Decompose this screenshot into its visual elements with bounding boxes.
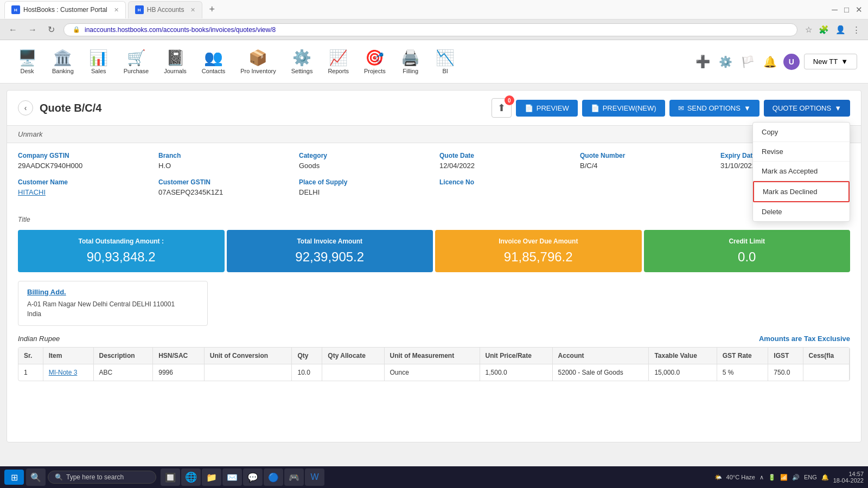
quote-number-field: Quote Number B/C/4 xyxy=(580,152,710,170)
flag-icon[interactable]: 🏳️ xyxy=(739,53,757,70)
browser-title-bar: H HostBooks : Customer Portal ✕ H HB Acc… xyxy=(0,0,868,20)
customer-name-value[interactable]: HITACHI xyxy=(18,188,148,196)
nav-reports[interactable]: 📈 Reports xyxy=(321,44,355,79)
send-options-button[interactable]: ✉ SEND OPTIONS ▼ xyxy=(669,100,760,117)
preview-button[interactable]: 📄 PREVIEW xyxy=(516,100,578,117)
notification-icon[interactable]: 🔔 xyxy=(761,53,779,70)
stat-credit-limit: Credit Limit 0.0 xyxy=(644,230,851,272)
nav-journals[interactable]: 📓 Journals xyxy=(157,44,193,79)
nav-desk[interactable]: 🖥️ Desk xyxy=(11,44,43,79)
upload-icon: ⬆ xyxy=(497,102,506,113)
back-button[interactable]: ‹ xyxy=(18,100,33,115)
cell-hsn: 9996 xyxy=(153,364,205,381)
category-value: Goods xyxy=(299,162,429,170)
branch-field: Branch H.O xyxy=(158,152,288,170)
col-qty: Qty xyxy=(292,348,322,364)
preview-new-button[interactable]: 📄 PREVIEW(NEW) xyxy=(582,100,665,117)
new-tt-button[interactable]: New TT ▼ xyxy=(804,54,857,69)
banking-icon: 🏛️ xyxy=(53,49,72,67)
cell-account: 52000 - Sale of Goods xyxy=(552,364,649,381)
title-section: Title xyxy=(7,214,861,230)
dropdown-revise[interactable]: Revise xyxy=(753,142,850,162)
lock-icon: 🔒 xyxy=(73,26,80,33)
back-nav-button[interactable]: ← xyxy=(7,25,20,35)
stat-invoice-overdue: Invoice Over Due Amount 91,85,796.2 xyxy=(435,230,642,272)
invoice-overdue-value: 91,85,796.2 xyxy=(446,249,631,265)
col-account: Account xyxy=(552,348,649,364)
total-invoice-label: Total Invoice Amount xyxy=(238,237,423,245)
tab-close-2[interactable]: ✕ xyxy=(190,7,195,14)
extensions-icon[interactable]: 🧩 xyxy=(818,24,830,36)
profile-icon[interactable]: 👤 xyxy=(834,24,847,36)
total-outstanding-value: 90,93,848.2 xyxy=(29,249,214,265)
purchase-label: Purchase xyxy=(124,68,149,74)
cell-item[interactable]: MI-Note 3 xyxy=(43,364,93,381)
company-gstin-value: 29AADCK7940H000 xyxy=(18,162,148,170)
cell-cess xyxy=(803,364,849,381)
close-button[interactable]: ✕ xyxy=(854,4,864,16)
stat-total-invoice: Total Invoice Amount 92,39,905.2 xyxy=(227,230,433,272)
maximize-button[interactable]: □ xyxy=(843,4,850,15)
invoice-overdue-label: Invoice Over Due Amount xyxy=(446,237,631,245)
quote-options-button[interactable]: QUOTE OPTIONS ▼ xyxy=(764,100,850,117)
currency-label: Indian Rupee xyxy=(18,335,60,343)
sales-label: Sales xyxy=(91,68,106,74)
dropdown-mark-declined[interactable]: Mark as Declined xyxy=(753,181,850,202)
projects-icon: 🎯 xyxy=(365,49,384,67)
tab-icon-1: H xyxy=(11,5,20,14)
nav-contacts[interactable]: 👥 Contacts xyxy=(195,44,232,79)
title-field-label: Title xyxy=(18,216,850,223)
nav-filling[interactable]: 🖨️ Filling xyxy=(394,44,427,79)
nav-settings[interactable]: ⚙️ Settings xyxy=(285,44,320,79)
nav-projects[interactable]: 🎯 Projects xyxy=(358,44,392,79)
cell-igst: 750.0 xyxy=(768,364,803,381)
quote-date-value: 12/04/2022 xyxy=(439,162,569,170)
col-qty-allocate: Qty Allocate xyxy=(322,348,384,364)
tab-hostbooks[interactable]: H HostBooks : Customer Portal ✕ xyxy=(4,1,126,18)
user-avatar[interactable]: U xyxy=(783,54,800,70)
nav-purchase[interactable]: 🛒 Purchase xyxy=(117,44,155,79)
url-text: inaccounts.hostbooks.com/accounts-books/… xyxy=(85,26,276,34)
cell-unit-conversion xyxy=(204,364,292,381)
total-invoice-value: 92,39,905.2 xyxy=(238,249,423,265)
minimize-button[interactable]: ─ xyxy=(831,4,839,15)
bookmark-icon[interactable]: ☆ xyxy=(804,24,813,36)
place-of-supply-field: Place of Supply DELHI xyxy=(299,178,429,196)
nav-sales[interactable]: 📊 Sales xyxy=(82,44,115,79)
cell-uom: Ounce xyxy=(384,364,480,381)
gear-icon[interactable]: ⚙️ xyxy=(717,53,735,70)
company-gstin-field: Company GSTIN 29AADCK7940H000 xyxy=(18,152,148,170)
nav-banking[interactable]: 🏛️ Banking xyxy=(46,44,80,79)
customer-gstin-label: Customer GSTIN xyxy=(158,178,288,186)
purchase-icon: 🛒 xyxy=(127,49,146,67)
dropdown-delete[interactable]: Delete xyxy=(753,202,850,221)
company-gstin-label: Company GSTIN xyxy=(18,152,148,159)
upload-badge: 0 xyxy=(505,95,514,105)
add-button[interactable]: ➕ xyxy=(693,53,712,71)
menu-icon[interactable]: ⋮ xyxy=(851,24,861,36)
refresh-button[interactable]: ↻ xyxy=(46,24,57,35)
contacts-label: Contacts xyxy=(202,68,225,74)
tab-hb-accounts[interactable]: H HB Accounts ✕ xyxy=(128,1,203,18)
address-bar[interactable]: 🔒 inaccounts.hostbooks.com/accounts-book… xyxy=(63,23,797,36)
new-tab-button[interactable]: + xyxy=(205,4,219,15)
contacts-icon: 👥 xyxy=(204,49,223,67)
forward-nav-button[interactable]: → xyxy=(26,25,39,35)
quote-options-chevron-icon: ▼ xyxy=(834,104,841,112)
licence-no-label: Licence No xyxy=(439,178,569,186)
tab-close-1[interactable]: ✕ xyxy=(114,7,119,14)
browser-address-bar: ← → ↻ 🔒 inaccounts.hostbooks.com/account… xyxy=(0,20,868,40)
dropdown-copy[interactable]: Copy xyxy=(753,123,850,142)
banking-label: Banking xyxy=(52,68,74,74)
nav-pro-inventory[interactable]: 📦 Pro Inventory xyxy=(234,44,282,79)
col-gst-rate: GST Rate xyxy=(717,348,768,364)
header-action-buttons: ⬆ 0 📄 PREVIEW 📄 PREVIEW(NEW) ✉ SEND OPTI… xyxy=(492,98,850,118)
form-section-1: Company GSTIN 29AADCK7940H000 Branch H.O… xyxy=(7,143,861,214)
upload-button[interactable]: ⬆ 0 xyxy=(492,98,512,118)
quote-number-value: B/C/4 xyxy=(580,162,710,170)
preview-new-icon: 📄 xyxy=(591,104,599,112)
nav-bi[interactable]: 📉 BI xyxy=(429,44,462,79)
dropdown-mark-accepted[interactable]: Mark as Accepted xyxy=(753,162,850,181)
send-chevron-icon: ▼ xyxy=(744,104,751,112)
billing-address-title[interactable]: Billing Add. xyxy=(27,288,199,296)
